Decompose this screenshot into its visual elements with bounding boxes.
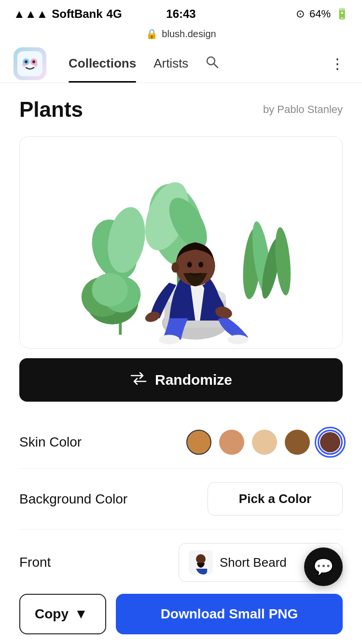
app-logo[interactable] (14, 47, 46, 80)
network-label: 4G (107, 7, 122, 21)
copy-button[interactable]: Copy ▼ (19, 594, 106, 634)
svg-point-19 (273, 227, 293, 296)
svg-rect-0 (17, 51, 42, 76)
svg-point-4 (32, 60, 35, 63)
status-bar: ▲▲▲ SoftBank 4G 16:43 ⊙ 64% 🔋 (0, 0, 362, 26)
navigation: Collections Artists ⋮ (0, 44, 362, 83)
signal-icon: ▲▲▲ (14, 7, 48, 21)
svg-point-6 (34, 63, 38, 67)
svg-point-28 (227, 335, 248, 345)
tab-collections[interactable]: Collections (60, 44, 145, 83)
skin-color-swatches (186, 430, 343, 455)
front-label: Front (19, 555, 51, 570)
skin-swatch-3[interactable] (252, 430, 277, 455)
skin-swatch-1[interactable] (186, 430, 211, 455)
svg-point-27 (159, 335, 180, 345)
battery-icon: 🔋 (335, 8, 348, 20)
nav-tabs: Collections Artists (60, 44, 326, 83)
shuffle-icon (130, 370, 147, 391)
skin-color-label: Skin Color (19, 434, 82, 450)
record-icon: ⊙ (296, 8, 305, 20)
pick-color-button[interactable]: Pick a Color (208, 482, 343, 516)
chat-bubble-button[interactable]: 💬 (304, 547, 343, 586)
skin-swatch-4[interactable] (285, 430, 310, 455)
svg-point-23 (92, 273, 128, 307)
time-display: 16:43 (166, 7, 195, 21)
copy-chevron-icon: ▼ (74, 606, 88, 622)
download-button[interactable]: Download Small PNG (116, 594, 343, 634)
url-bar: 🔒 blush.design (0, 26, 362, 44)
svg-point-32 (187, 262, 192, 267)
tab-artists[interactable]: Artists (145, 44, 197, 83)
bottom-bar: Copy ▼ Download Small PNG (0, 584, 362, 644)
illustration-card (19, 136, 343, 349)
url-text: blush.design (162, 28, 216, 40)
battery-label: 64% (309, 8, 331, 20)
svg-point-3 (25, 60, 28, 63)
more-options-button[interactable]: ⋮ (326, 55, 348, 72)
lock-icon: 🔒 (146, 28, 158, 40)
skin-swatch-5[interactable] (318, 430, 343, 455)
background-color-row: Background Color Pick a Color (19, 469, 343, 530)
status-left: ▲▲▲ SoftBank 4G (14, 7, 122, 21)
svg-point-5 (22, 63, 26, 67)
svg-point-34 (171, 262, 179, 273)
skin-swatch-2[interactable] (219, 430, 244, 455)
svg-point-36 (196, 554, 206, 564)
page-header: Plants by Pablo Stanley (0, 83, 362, 131)
front-value: Short Beard (220, 555, 315, 570)
svg-point-33 (198, 262, 203, 267)
search-button[interactable] (197, 55, 227, 72)
page-title: Plants (19, 98, 83, 122)
page-author: by Pablo Stanley (263, 103, 343, 116)
skin-color-row: Skin Color (19, 416, 343, 469)
randomize-button[interactable]: Randomize (19, 358, 343, 402)
carrier-label: SoftBank (52, 7, 102, 21)
status-right: ⊙ 64% 🔋 (296, 8, 348, 20)
chat-icon: 💬 (313, 557, 334, 576)
background-color-label: Background Color (19, 491, 127, 507)
svg-line-8 (214, 64, 218, 68)
front-thumb (189, 550, 213, 574)
